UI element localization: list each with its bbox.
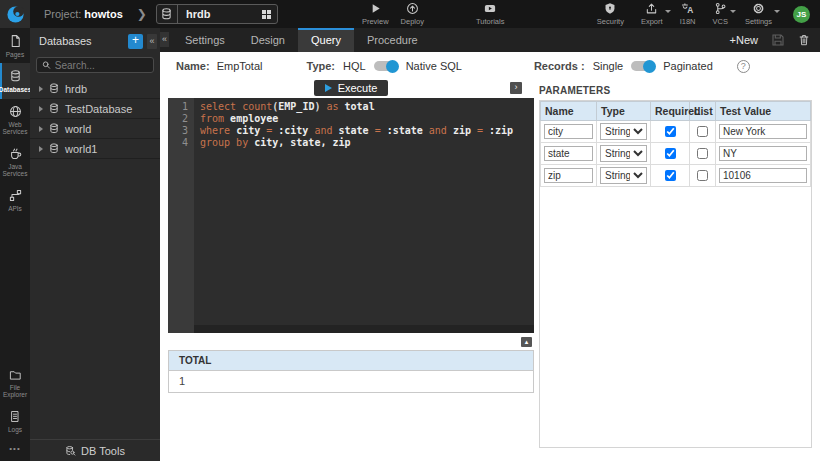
chevron-down-icon: [730, 10, 736, 13]
param-test-value-input[interactable]: [719, 146, 807, 161]
trash-icon[interactable]: [798, 33, 810, 47]
db-list-item[interactable]: world: [30, 119, 160, 139]
translate-icon: A: [681, 2, 694, 15]
gear-icon: [752, 2, 765, 15]
param-test-value-input[interactable]: [719, 168, 807, 183]
database-icon: [49, 103, 59, 114]
app-window: Project: howtos ❯ hrdb Preview Deploy Tu…: [0, 0, 820, 461]
save-icon[interactable]: [771, 33, 785, 47]
param-list-checkbox[interactable]: [697, 148, 708, 159]
play-icon: [369, 2, 382, 15]
tutorials-button[interactable]: Tutorials: [476, 2, 504, 26]
deploy-icon: [406, 2, 419, 15]
db-list-item[interactable]: TestDatabase: [30, 99, 160, 119]
code-line[interactable]: 3where city = :city and state = :state a…: [168, 125, 534, 137]
rail-more-button[interactable]: •••: [0, 438, 30, 461]
code-line[interactable]: 1select count(EMP_ID) as total: [168, 101, 534, 113]
db-list: hrdbTestDatabaseworldworld1: [30, 79, 160, 439]
query-name-value[interactable]: EmpTotal: [217, 60, 263, 72]
parameter-row: String: [541, 143, 811, 165]
code-line[interactable]: 2from employee: [168, 113, 534, 125]
param-test-value-input[interactable]: [719, 124, 807, 139]
database-search[interactable]: [36, 57, 154, 73]
toggle-knob: [643, 60, 656, 73]
tab-query[interactable]: Query: [298, 28, 354, 52]
tab-procedure[interactable]: Procedure: [354, 28, 431, 52]
new-query-button[interactable]: +New: [730, 34, 758, 46]
type-option-native-sql[interactable]: Native SQL: [406, 60, 462, 72]
deploy-button[interactable]: Deploy: [401, 2, 424, 26]
name-label: Name:: [176, 60, 210, 72]
shield-icon: [604, 2, 616, 15]
param-type-select[interactable]: String: [600, 167, 647, 184]
db-list-item[interactable]: hrdb: [30, 79, 160, 99]
collapse-parameters-button[interactable]: ›: [510, 82, 522, 94]
folder-icon: [9, 369, 22, 381]
param-list-checkbox[interactable]: [697, 170, 708, 181]
db-list-item[interactable]: world1: [30, 139, 160, 159]
param-name-input[interactable]: [544, 168, 593, 183]
param-required-checkbox[interactable]: [665, 148, 676, 159]
db-tools-button[interactable]: DB Tools: [30, 439, 160, 461]
col-header-list: List: [690, 102, 716, 121]
param-required-checkbox[interactable]: [665, 126, 676, 137]
records-toggle[interactable]: [631, 61, 655, 71]
rail-item-databases[interactable]: Databases: [0, 63, 30, 98]
rail-item-file-explorer[interactable]: File Explorer: [0, 363, 30, 404]
database-icon: [49, 123, 59, 134]
i18n-button[interactable]: A I18N: [680, 2, 696, 26]
tab-design[interactable]: Design: [238, 28, 298, 52]
expand-caret-icon[interactable]: [39, 146, 43, 152]
preview-button[interactable]: Preview: [362, 2, 389, 26]
export-icon: [645, 2, 658, 15]
user-avatar[interactable]: JS: [793, 6, 810, 23]
results-table: TOTAL 1: [168, 350, 534, 393]
rail-item-pages[interactable]: Pages: [0, 28, 30, 63]
rail-item-apis[interactable]: APIs: [0, 183, 30, 217]
help-icon[interactable]: ?: [737, 60, 750, 73]
db-name-label: world: [65, 123, 91, 135]
database-icon: [157, 5, 178, 23]
database-icon: [49, 83, 59, 94]
results-cell: 1: [169, 371, 533, 392]
grid-icon[interactable]: [262, 10, 271, 19]
code-line[interactable]: 4group by city, state, zip: [168, 137, 534, 149]
param-name-input[interactable]: [544, 124, 593, 139]
page-icon: [9, 34, 22, 48]
wavemaker-logo-icon[interactable]: [0, 0, 30, 28]
expand-caret-icon[interactable]: [39, 86, 43, 92]
param-list-checkbox[interactable]: [697, 126, 708, 137]
param-type-select[interactable]: String: [600, 123, 647, 140]
export-button[interactable]: Export: [641, 2, 663, 26]
search-input[interactable]: [55, 60, 148, 71]
tab-strip: « Settings Design Query Procedure +New: [160, 28, 820, 52]
expand-caret-icon[interactable]: [39, 126, 43, 132]
project-name: howtos: [84, 8, 123, 20]
collapse-results-button[interactable]: ▴: [521, 337, 532, 347]
security-button[interactable]: Security: [597, 2, 624, 26]
expand-caret-icon[interactable]: [39, 106, 43, 112]
db-name-label: TestDatabase: [65, 103, 132, 115]
coffee-cup-icon: [9, 147, 22, 160]
rail-item-web-services[interactable]: Web Services: [0, 99, 30, 141]
rail-item-logs[interactable]: Logs: [0, 404, 30, 438]
param-name-input[interactable]: [544, 146, 593, 161]
collapse-panel-button[interactable]: «: [147, 34, 157, 49]
vcs-button[interactable]: VCS: [712, 2, 727, 26]
collapse-sidebar-button[interactable]: «: [160, 32, 169, 47]
records-option-single[interactable]: Single: [593, 60, 624, 72]
add-database-button[interactable]: +: [128, 34, 143, 49]
tab-settings[interactable]: Settings: [172, 28, 238, 52]
parameters-table: Name Type Required List Test Value Strin…: [540, 101, 811, 187]
rail-item-java-services[interactable]: Java Services: [0, 141, 30, 183]
editor-scrollbar-track[interactable]: [194, 325, 534, 333]
records-option-paginated[interactable]: Paginated: [663, 60, 713, 72]
param-type-select[interactable]: String: [600, 145, 647, 162]
settings-button[interactable]: Settings: [745, 2, 772, 26]
type-option-hql[interactable]: HQL: [343, 60, 366, 72]
param-required-checkbox[interactable]: [665, 170, 676, 181]
execute-button[interactable]: Execute: [314, 80, 389, 96]
sql-editor[interactable]: 1select count(EMP_ID) as total2from empl…: [168, 98, 534, 333]
database-switcher[interactable]: hrdb: [156, 4, 278, 24]
type-toggle[interactable]: [374, 61, 398, 71]
